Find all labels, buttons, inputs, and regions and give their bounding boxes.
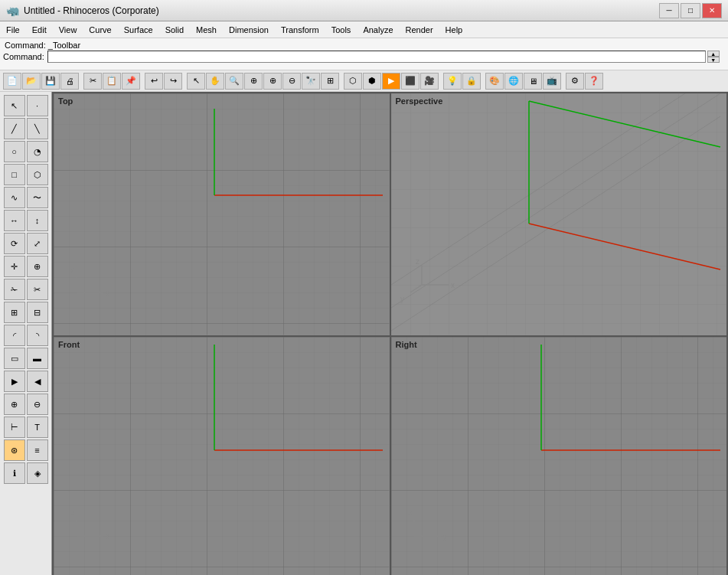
tool-render2[interactable]: ◈ — [27, 462, 48, 484]
menu-surface[interactable]: Surface — [118, 21, 159, 38]
viewport-front[interactable]: Front — [54, 337, 390, 576]
tool-row-11: ◜ ◝ — [4, 325, 48, 346]
tb-lock[interactable]: 🔒 — [462, 73, 481, 90]
menu-curve[interactable]: Curve — [83, 21, 117, 38]
tool-join[interactable]: ⊞ — [4, 302, 25, 323]
tb-stop[interactable]: ⬛ — [401, 73, 419, 90]
tool-text[interactable]: T — [27, 417, 48, 438]
menu-solid[interactable]: Solid — [159, 21, 190, 38]
tool-split[interactable]: ✂ — [27, 279, 48, 300]
tb-zoom-out[interactable]: ⊖ — [282, 73, 301, 90]
tool-move[interactable]: ✛ — [4, 256, 25, 277]
tb-material[interactable]: 🎨 — [485, 73, 504, 90]
tool-surface[interactable]: ▭ — [4, 348, 25, 369]
tool-polyline[interactable]: ╲ — [27, 118, 48, 139]
svg-rect-1 — [54, 93, 390, 335]
tb-display[interactable]: 📺 — [543, 73, 561, 90]
menu-transform[interactable]: Transform — [275, 21, 325, 38]
tool-explode[interactable]: ⊟ — [27, 302, 48, 323]
tool-select[interactable]: ↖ — [4, 95, 25, 116]
viewport-front-grid: x z — [54, 337, 390, 576]
tool-offset[interactable]: ↕ — [27, 210, 48, 231]
viewport-front-label: Front — [58, 340, 80, 349]
tool-point[interactable]: · — [27, 95, 48, 116]
tool-scale[interactable]: ⤢ — [27, 233, 48, 254]
tb-cage[interactable]: ⬢ — [363, 73, 381, 90]
tool-polygon[interactable]: ⬡ — [27, 164, 48, 185]
tb-settings[interactable]: ⚙ — [566, 73, 584, 90]
tool-row-7: ⟳ ⤢ — [4, 233, 48, 254]
tool-fillet[interactable]: ◜ — [4, 325, 25, 346]
tool-arc[interactable]: ◔ — [27, 141, 48, 162]
tb-camera[interactable]: 🎥 — [420, 73, 439, 90]
tb-light[interactable]: 💡 — [443, 73, 462, 90]
command-scroll[interactable]: ▲ ▼ — [707, 51, 720, 63]
menu-bar: File Edit View Curve Surface Solid Mesh … — [0, 21, 728, 38]
tool-row-14: ⊕ ⊖ — [4, 394, 48, 415]
tb-zoom-extents[interactable]: ⊕ — [244, 73, 263, 90]
tb-record[interactable]: ▶ — [382, 73, 400, 90]
tool-chamfer[interactable]: ◝ — [27, 325, 48, 346]
tb-texture[interactable]: 🌐 — [504, 73, 523, 90]
viewport-right[interactable]: Right — [391, 337, 727, 576]
tb-zoom-in[interactable]: ⊕ — [263, 73, 282, 90]
tool-extrude[interactable]: ▶ — [4, 371, 25, 392]
tb-select[interactable]: ↖ — [187, 73, 205, 90]
tb-redo[interactable]: ↪ — [164, 73, 182, 90]
tb-open[interactable]: 📂 — [22, 73, 41, 90]
tb-zoom-window[interactable]: 🔍 — [225, 73, 243, 90]
menu-view[interactable]: View — [53, 21, 83, 38]
tool-row-13: ▶ ◀ — [4, 371, 48, 392]
tool-row-6: ↔ ↕ — [4, 210, 48, 231]
viewport-perspective[interactable]: Perspective — [391, 93, 727, 335]
svg-text:x: x — [106, 532, 109, 541]
tb-copy[interactable]: 📋 — [103, 73, 121, 90]
minimize-button[interactable]: ─ — [659, 3, 679, 18]
tool-boolean-union[interactable]: ⊕ — [4, 394, 25, 415]
tool-spline[interactable]: 〜 — [27, 187, 48, 208]
menu-render[interactable]: Render — [400, 21, 439, 38]
tool-trim[interactable]: ✁ — [4, 279, 25, 300]
tb-save[interactable]: 💾 — [41, 73, 60, 90]
tb-undo[interactable]: ↩ — [145, 73, 163, 90]
command-input[interactable] — [47, 51, 706, 63]
maximize-button[interactable]: □ — [681, 3, 700, 18]
menu-analyze[interactable]: Analyze — [357, 21, 399, 38]
tb-new[interactable]: 📄 — [3, 73, 21, 90]
tb-zoom-selected[interactable]: 🔭 — [302, 73, 320, 90]
title-bar-controls[interactable]: ─ □ ✕ — [659, 3, 722, 18]
cmd-arrow-down[interactable]: ▼ — [707, 57, 720, 63]
menu-file[interactable]: File — [0, 21, 26, 38]
tool-loft[interactable]: ◀ — [27, 371, 48, 392]
cmd-arrow-up[interactable]: ▲ — [707, 51, 720, 57]
tool-solid[interactable]: ▬ — [27, 348, 48, 369]
tool-snap-active[interactable]: ⊛ — [4, 439, 25, 461]
menu-help[interactable]: Help — [439, 21, 469, 38]
menu-dimension[interactable]: Dimension — [223, 21, 275, 38]
tool-dim[interactable]: ⊢ — [4, 417, 25, 438]
tool-rect[interactable]: □ — [4, 164, 25, 185]
tool-properties[interactable]: ℹ — [4, 462, 25, 484]
tb-points[interactable]: ⬡ — [344, 73, 362, 90]
command-area: Command: _Toolbar Command: ▲ ▼ — [0, 38, 728, 70]
tool-boolean-diff[interactable]: ⊖ — [27, 394, 48, 415]
tool-circle[interactable]: ○ — [4, 141, 25, 162]
close-button[interactable]: ✕ — [702, 3, 722, 18]
menu-mesh[interactable]: Mesh — [190, 21, 223, 38]
tool-mirror[interactable]: ↔ — [4, 210, 25, 231]
viewport-top[interactable]: Top — [54, 93, 390, 335]
tb-print[interactable]: 🖨 — [60, 73, 79, 90]
tool-freeform[interactable]: ∿ — [4, 187, 25, 208]
tool-layers[interactable]: ≡ — [27, 439, 48, 461]
menu-tools[interactable]: Tools — [325, 21, 357, 38]
tb-environment[interactable]: 🖥 — [524, 73, 542, 90]
tb-paste[interactable]: 📌 — [122, 73, 140, 90]
tool-rotate[interactable]: ⟳ — [4, 233, 25, 254]
tb-cut[interactable]: ✂ — [83, 73, 102, 90]
tb-help[interactable]: ❓ — [585, 73, 603, 90]
tb-pan[interactable]: ✋ — [206, 73, 224, 90]
tb-4view[interactable]: ⊞ — [321, 73, 339, 90]
menu-edit[interactable]: Edit — [26, 21, 53, 38]
tool-line[interactable]: ╱ — [4, 118, 25, 139]
tool-copy2[interactable]: ⊕ — [27, 256, 48, 277]
